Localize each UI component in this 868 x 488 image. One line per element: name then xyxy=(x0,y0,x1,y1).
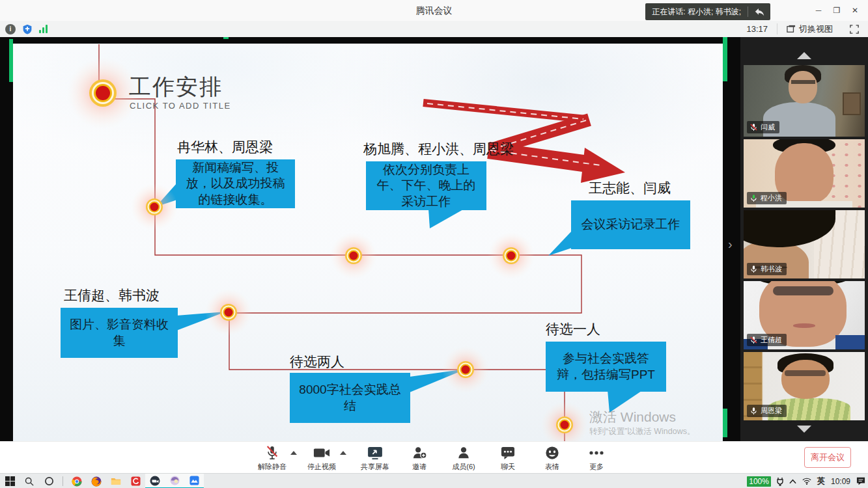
scroll-down-arrow[interactable] xyxy=(740,426,868,433)
video-tile-chengxiaohong[interactable]: 程小洪 xyxy=(744,139,865,208)
cortana-button[interactable] xyxy=(39,474,59,488)
leave-meeting-button[interactable]: 离开会议 xyxy=(804,447,851,468)
action-center-icon[interactable] xyxy=(856,477,865,485)
meeting-timer: 13:17 xyxy=(737,24,777,34)
mic-speaking-icon xyxy=(749,194,758,202)
participant-name: 王倩超 xyxy=(761,335,782,345)
statusbar-right: 13:17 切换视图 xyxy=(737,21,861,37)
switch-view-button[interactable]: 切换视图 xyxy=(777,23,842,34)
invite-label: 邀请 xyxy=(412,462,427,472)
emoji-label: 表情 xyxy=(545,462,559,472)
statusbar-left-icons: i xyxy=(5,21,48,37)
scroll-up-arrow[interactable] xyxy=(740,52,868,59)
window-controls: ─ ❐ ✕ xyxy=(809,0,864,21)
speaking-toast: 正在讲话: 程小洪; 韩书波; xyxy=(645,3,770,20)
folder-icon xyxy=(111,477,121,485)
video-tile-zhouenliang[interactable]: 周恩梁 xyxy=(744,352,865,420)
fullscreen-button[interactable] xyxy=(842,25,861,34)
task-bubble-1: 新闻稿编写、投放，以及成功投稿的链接收集。 xyxy=(176,159,295,208)
task-bubble-5: 8000字社会实践总结 xyxy=(290,373,410,423)
file-explorer-button[interactable] xyxy=(106,474,126,488)
chat-button[interactable]: 聊天 xyxy=(491,444,525,472)
blue-docs-app-button[interactable] xyxy=(184,474,204,488)
name-badge: 周恩梁 xyxy=(747,405,787,417)
share-border-green-top xyxy=(223,37,229,39)
blue-app-icon xyxy=(189,476,199,485)
firefox-app-button[interactable] xyxy=(87,474,106,488)
video-options-caret[interactable] xyxy=(339,444,348,455)
mic-muted-icon xyxy=(265,444,279,461)
task-bubble-6: 参与社会实践答辩，包括编写PPT xyxy=(546,342,666,392)
participant-name: 周恩梁 xyxy=(761,406,782,416)
meeting-app-button[interactable] xyxy=(145,474,165,488)
audio-options-caret[interactable] xyxy=(289,444,298,455)
unmute-button[interactable]: 解除静音 xyxy=(255,444,289,472)
clock[interactable]: 10:09 xyxy=(831,477,850,486)
members-button[interactable]: 成员(6) xyxy=(447,444,481,472)
taskbar-search-button[interactable] xyxy=(20,474,39,488)
group-3-names: 王志能、闫威 xyxy=(589,179,671,197)
mic-on-icon xyxy=(749,265,758,273)
network-signal-icon[interactable] xyxy=(39,25,48,33)
taskbar-apps xyxy=(0,474,204,488)
mic-muted-icon xyxy=(749,123,758,131)
chrome-icon xyxy=(72,476,82,487)
battery-indicator[interactable]: 100% xyxy=(747,476,771,487)
collapse-sidebar-chevron-icon[interactable]: › xyxy=(728,237,733,251)
share-screen-icon xyxy=(367,444,383,461)
share-border-green-left xyxy=(9,39,13,82)
search-icon xyxy=(25,477,34,486)
video-tile-hanshubo[interactable]: 韩书波 xyxy=(744,210,865,278)
group-6-names: 待选一人 xyxy=(546,320,600,338)
chrome-app-button[interactable] xyxy=(67,474,87,488)
more-button[interactable]: 更多 xyxy=(580,444,613,472)
participant-name: 闫威 xyxy=(761,122,775,132)
minimize-button[interactable]: ─ xyxy=(809,0,828,21)
presentation-slide: 工作安排 CLICK TO ADD TITLE 冉华林、周恩梁 杨旭腾、程小洪、… xyxy=(13,44,723,441)
close-button[interactable]: ✕ xyxy=(846,0,864,21)
meeting-app-icon xyxy=(150,476,160,486)
switch-view-label: 切换视图 xyxy=(799,23,833,35)
speaking-toast-text: 正在讲话: 程小洪; 韩书波; xyxy=(645,7,748,18)
share-screen-button[interactable]: 共享屏幕 xyxy=(358,444,392,472)
group-4-names: 王倩超、韩书波 xyxy=(64,286,160,305)
reply-arrow-icon[interactable] xyxy=(748,3,770,20)
invite-button[interactable]: 邀请 xyxy=(402,444,436,472)
share-screen-label: 共享屏幕 xyxy=(361,462,389,472)
task-bubble-3: 会议采访记录工作 xyxy=(571,200,690,249)
info-icon[interactable]: i xyxy=(5,24,16,34)
meeting-statusbar: i 13:17 切换视图 xyxy=(0,21,868,38)
slide-title: 工作安排 xyxy=(129,72,223,102)
cortana-icon xyxy=(44,476,54,486)
video-tile-wangqianchao[interactable]: 王倩超 xyxy=(744,281,865,349)
participants-sidebar: 闫威 程小洪 韩书波 王倩超 xyxy=(740,37,868,441)
windows-taskbar: 100% 英 10:09 xyxy=(0,473,868,488)
firefox-icon xyxy=(91,476,102,487)
power-plug-icon[interactable] xyxy=(777,477,783,486)
input-language-indicator[interactable]: 英 xyxy=(817,476,825,487)
smiley-icon xyxy=(545,444,559,461)
activate-windows-watermark: 激活 Windows xyxy=(589,408,676,426)
red-app-button[interactable] xyxy=(126,474,145,488)
start-button[interactable] xyxy=(0,474,20,488)
group-2-names: 杨旭腾、程小洪、周恩梁 xyxy=(363,140,514,158)
share-border-green-right-top xyxy=(723,37,727,81)
meeting-buttons: 解除静音 停止视频 共享屏幕 邀请 成员(6) xyxy=(255,444,613,472)
wifi-icon[interactable] xyxy=(802,478,811,485)
stop-video-button[interactable]: 停止视频 xyxy=(305,444,339,472)
shield-icon[interactable] xyxy=(22,24,33,34)
more-label: 更多 xyxy=(589,462,604,472)
triangle-up-icon xyxy=(797,52,811,59)
emoji-button[interactable]: 表情 xyxy=(535,444,569,472)
mic-muted-icon xyxy=(749,336,758,344)
colorful-app-icon xyxy=(170,476,180,485)
maximize-button[interactable]: ❐ xyxy=(828,0,846,21)
video-tile-yanwei[interactable]: 闫威 xyxy=(744,65,865,137)
members-icon xyxy=(456,444,471,461)
unmute-label: 解除静音 xyxy=(258,462,287,472)
group-5-names: 待选两人 xyxy=(290,353,344,371)
mic-on-icon xyxy=(749,407,758,415)
shared-screen-stage: 工作安排 CLICK TO ADD TITLE 冉华林、周恩梁 杨旭腾、程小洪、… xyxy=(0,37,740,441)
colorful-app-button[interactable] xyxy=(165,474,184,488)
hidden-icons-chevron[interactable] xyxy=(789,479,796,484)
